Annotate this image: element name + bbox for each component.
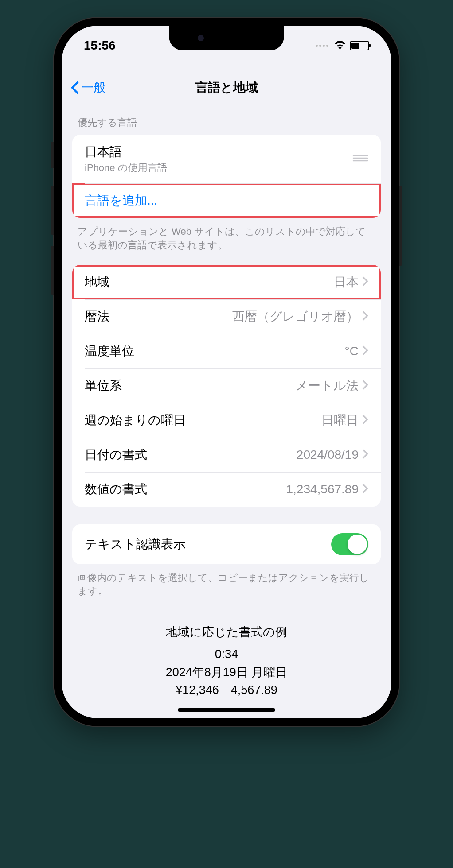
temperature-value: °C [345,344,359,358]
reorder-handle-icon[interactable] [352,154,368,164]
temperature-row[interactable]: 温度単位 °C [72,334,381,368]
screen: 15:56 一般 言語と地域 優先する言語 [62,26,391,718]
week-start-row[interactable]: 週の始まりの曜日 日曜日 [72,403,381,438]
status-icons [316,35,369,51]
format-example-section: 地域に応じた書式の例 0:34 2024年8月19日 月曜日 ¥12,346 4… [62,611,391,718]
chevron-right-icon [362,311,368,322]
back-label: 一般 [81,79,106,96]
number-format-label: 数値の書式 [85,481,286,498]
week-start-label: 週の始まりの曜日 [85,412,321,429]
region-value: 日本 [334,274,359,291]
live-text-label: テキスト認識表示 [85,536,331,553]
chevron-right-icon [362,380,368,391]
temperature-label: 温度単位 [85,343,345,360]
date-format-value: 2024/08/19 [297,448,359,462]
date-format-row[interactable]: 日付の書式 2024/08/19 [72,438,381,472]
home-indicator[interactable] [178,708,275,712]
add-language-row[interactable]: 言語を追加... [72,183,381,218]
example-time: 0:34 [72,645,381,663]
language-row-primary[interactable]: 日本語 iPhone の使用言語 [72,135,381,183]
phone-frame: 15:56 一般 言語と地域 優先する言語 [54,18,399,726]
number-format-value: 1,234,567.89 [286,482,359,496]
chevron-right-icon [362,345,368,357]
content-area[interactable]: 一般 言語と地域 優先する言語 日本語 iPhone の使用言語 言語を追加..… [62,26,391,718]
more-dots-icon [316,45,328,47]
units-value: メートル法 [295,377,359,394]
week-start-value: 日曜日 [321,412,359,429]
back-button[interactable]: 一般 [70,79,106,96]
chevron-right-icon [362,484,368,495]
wifi-icon [334,40,346,51]
language-name: 日本語 [85,143,352,160]
live-text-row: テキスト認識表示 [72,524,381,564]
example-numbers: ¥12,346 4,567.89 [72,681,381,699]
number-format-row[interactable]: 数値の書式 1,234,567.89 [72,472,381,507]
languages-footer: アプリケーションと Web サイトは、このリストの中で対応している最初の言語で表… [62,218,391,265]
nav-bar: 一般 言語と地域 [62,70,391,105]
example-title: 地域に応じた書式の例 [72,624,381,640]
live-text-group: テキスト認識表示 [72,524,381,564]
calendar-value: 西暦（グレゴリオ暦） [232,308,359,325]
example-date: 2024年8月19日 月曜日 [72,663,381,682]
region-row[interactable]: 地域 日本 [72,265,381,299]
region-label: 地域 [85,274,334,291]
page-title: 言語と地域 [195,79,258,96]
calendar-row[interactable]: 暦法 西暦（グレゴリオ暦） [72,299,381,334]
region-settings-group: 地域 日本 暦法 西暦（グレゴリオ暦） 温度単位 °C 単位系 メートル法 [72,265,381,507]
language-subtitle: iPhone の使用言語 [85,161,352,174]
chevron-right-icon [362,415,368,426]
units-row[interactable]: 単位系 メートル法 [72,368,381,403]
add-language-label: 言語を追加... [85,192,157,209]
languages-group: 日本語 iPhone の使用言語 言語を追加... [72,135,381,218]
calendar-label: 暦法 [85,308,232,325]
chevron-left-icon [70,81,79,94]
chevron-right-icon [362,449,368,461]
chevron-right-icon [362,276,368,288]
notch [169,26,284,50]
date-format-label: 日付の書式 [85,446,297,463]
live-text-toggle[interactable] [331,533,368,555]
units-label: 単位系 [85,377,295,394]
live-text-footer: 画像内のテキストを選択して、コピーまたはアクションを実行します。 [62,564,391,611]
battery-icon [350,41,369,50]
status-time: 15:56 [84,34,116,53]
languages-header: 優先する言語 [62,105,391,135]
